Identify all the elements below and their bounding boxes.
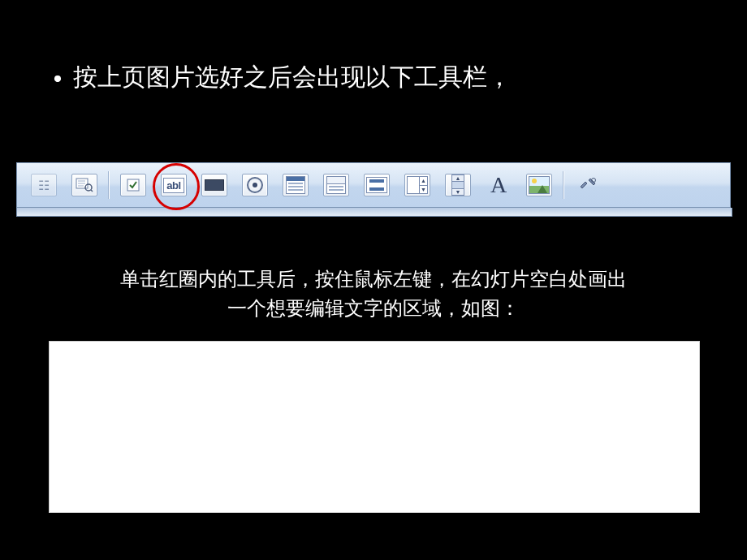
spinbutton-button[interactable]: ▲▼ (402, 170, 433, 200)
togglebutton-icon (364, 174, 390, 196)
combobox-icon (323, 174, 349, 196)
moretools-icon (576, 174, 600, 196)
bullet-line: • 按上页图片选好之后会出现以下工具栏， (49, 61, 512, 94)
svg-line-5 (91, 190, 93, 192)
spinbutton-icon: ▲▼ (404, 174, 430, 196)
drawn-text-region-example (49, 341, 700, 513)
textbox-button[interactable]: abl (158, 170, 189, 200)
toolbar-separator (563, 171, 564, 199)
scrollbar-button[interactable]: ▲▼ (443, 170, 473, 200)
image-button[interactable] (524, 170, 555, 200)
toolbar-separator (108, 171, 110, 199)
textbox-icon: abl (161, 174, 187, 196)
optionbutton-button[interactable] (240, 170, 270, 200)
listbox-button[interactable] (280, 170, 311, 200)
caption-line-1: 单击红圈内的工具后，按住鼠标左键，在幻灯片空白处画出 (120, 269, 627, 290)
label-icon: A (486, 174, 511, 196)
view-code-button[interactable] (69, 170, 100, 200)
caption-line-2: 一个想要编辑文字的区域，如图： (227, 298, 520, 319)
listbox-icon (283, 174, 309, 196)
commandbutton-icon (201, 174, 227, 196)
slide: • 按上页图片选好之后会出现以下工具栏， ☷ (0, 0, 747, 560)
control-toolbox-toolbar: ☷ (16, 162, 731, 216)
toolbar-row: ☷ (16, 162, 731, 208)
label-button[interactable]: A (483, 170, 514, 200)
bullet-content: 按上页图片选好之后会出现以下工具栏， (73, 63, 512, 90)
checkbox-icon (120, 174, 146, 196)
checkbox-button[interactable] (118, 170, 149, 200)
properties-button[interactable]: ☷ (28, 170, 59, 200)
commandbutton-button[interactable] (199, 170, 230, 200)
bullet-dot: • (49, 65, 67, 93)
toolbar-bottom-edge (16, 208, 732, 217)
moretools-button[interactable] (572, 170, 603, 200)
properties-icon: ☷ (31, 174, 57, 196)
instruction-caption: 单击红圈内的工具后，按住鼠标左键，在幻灯片空白处画出 一个想要编辑文字的区域，如… (0, 265, 747, 323)
combobox-button[interactable] (321, 170, 352, 200)
view-code-icon (71, 174, 97, 196)
optionbutton-icon (242, 174, 268, 196)
togglebutton-button[interactable] (361, 170, 392, 200)
scrollbar-icon: ▲▼ (445, 174, 471, 196)
image-icon (526, 174, 552, 196)
